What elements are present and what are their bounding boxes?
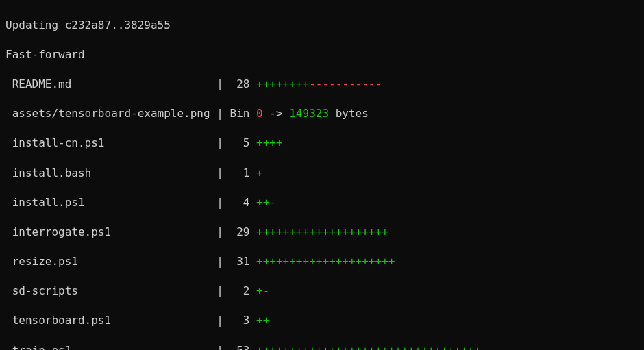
file-change-row: README.md | 28 ++++++++----------- — [5, 77, 639, 92]
file-change-row: install-cn.ps1 | 5 ++++ — [5, 136, 639, 151]
file-change-row: install.ps1 | 4 ++- — [5, 195, 639, 210]
file-change-row: assets/tensorboard-example.png | Bin 0 -… — [5, 106, 639, 121]
fast-forward-line: Fast-forward — [5, 47, 639, 62]
file-change-row: sd-scripts | 2 +- — [5, 284, 639, 299]
file-change-row: install.bash | 1 + — [5, 166, 639, 181]
terminal-output[interactable]: Updating c232a87..3829a55 Fast-forward R… — [0, 0, 644, 350]
file-change-row: tensorboard.ps1 | 3 ++ — [5, 313, 639, 328]
updating-line: Updating c232a87..3829a55 — [5, 18, 639, 33]
file-change-row: resize.ps1 | 31 +++++++++++++++++++++ — [5, 254, 639, 269]
file-change-row: interrogate.ps1 | 29 +++++++++++++++++++… — [5, 225, 639, 240]
file-change-row: train.ps1 | 53 +++++++++++++++++++++++++… — [5, 343, 639, 350]
